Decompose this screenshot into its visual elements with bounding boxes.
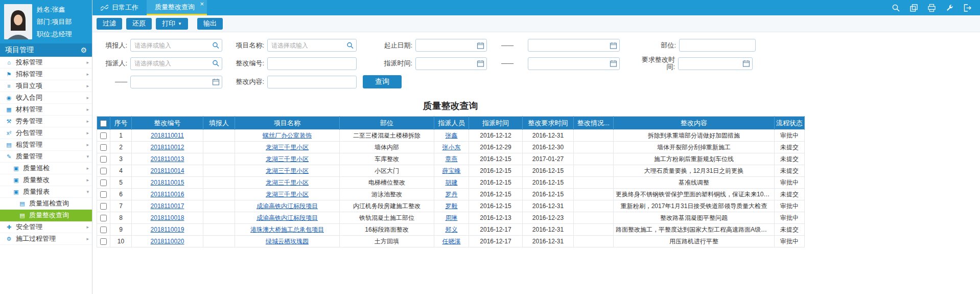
project-name-link[interactable]: 龙湖三千里小区 bbox=[266, 155, 309, 163]
wrench-icon[interactable] bbox=[945, 4, 954, 12]
project-name-link[interactable]: 成渝高铁内江标段项目 bbox=[256, 202, 318, 210]
assign-time-start-input[interactable] bbox=[415, 57, 487, 70]
row-checkbox[interactable] bbox=[100, 132, 107, 139]
assignee-link[interactable]: 罗毅 bbox=[446, 202, 458, 210]
assignee-link[interactable]: 薛宝峰 bbox=[442, 167, 461, 174]
column-header[interactable]: 整改情况... bbox=[574, 117, 614, 130]
filler-input[interactable] bbox=[130, 39, 222, 52]
assignee-link[interactable]: 任晓溪 bbox=[442, 238, 461, 245]
column-header[interactable]: 指派人员 bbox=[434, 117, 469, 130]
rectification-number-link[interactable]: 2018110020 bbox=[151, 238, 184, 245]
rectification-number-link[interactable]: 2018110013 bbox=[151, 155, 184, 163]
column-header[interactable]: 项目名称 bbox=[235, 117, 340, 130]
column-header[interactable]: 整改内容 bbox=[614, 117, 775, 130]
column-header[interactable]: 整改编号 bbox=[132, 117, 203, 130]
close-icon[interactable]: × bbox=[200, 1, 204, 7]
required-time-end-input[interactable] bbox=[130, 76, 222, 88]
rectification-number-link[interactable]: 2018110016 bbox=[151, 191, 184, 198]
search-icon[interactable] bbox=[212, 41, 220, 49]
calendar-icon[interactable] bbox=[212, 78, 220, 86]
row-checkbox[interactable] bbox=[100, 156, 107, 163]
end-date-input[interactable] bbox=[528, 39, 620, 52]
column-header[interactable]: 部位 bbox=[340, 117, 434, 130]
column-header[interactable]: 填报人 bbox=[203, 117, 235, 130]
rectification-number-link[interactable]: 2018110015 bbox=[151, 179, 184, 186]
calendar-icon[interactable] bbox=[610, 60, 617, 67]
project-name-link[interactable]: 龙湖三千里小区 bbox=[266, 179, 309, 186]
project-name-link[interactable]: 港珠澳大桥施工总承包项目 bbox=[250, 226, 324, 233]
rectification-number-link[interactable]: 2018110014 bbox=[151, 167, 184, 174]
row-checkbox[interactable] bbox=[100, 238, 107, 245]
sidebar-item-12[interactable]: ▤ 质量巡检查询 bbox=[0, 198, 92, 210]
project-name-input[interactable] bbox=[267, 39, 357, 52]
row-checkbox[interactable] bbox=[100, 227, 107, 233]
location-input[interactable] bbox=[679, 39, 756, 52]
row-checkbox[interactable] bbox=[100, 215, 107, 221]
assignee-link[interactable]: 罗丹 bbox=[446, 191, 458, 198]
column-header[interactable]: 序号 bbox=[110, 117, 132, 130]
sidebar-item-6[interactable]: x² 分包管理 ▸ bbox=[0, 127, 92, 139]
filter-button[interactable]: 过滤 bbox=[97, 18, 122, 30]
rectification-number-input[interactable] bbox=[267, 57, 357, 70]
project-name-link[interactable]: 绿城云栖玫瑰园 bbox=[266, 238, 309, 245]
row-checkbox[interactable] bbox=[100, 203, 107, 210]
assignee-input[interactable] bbox=[130, 57, 222, 70]
required-time-start-input[interactable] bbox=[678, 57, 753, 70]
project-name-link[interactable]: 龙湖三千里小区 bbox=[266, 144, 309, 151]
search-icon[interactable] bbox=[892, 4, 900, 12]
sidebar-item-7[interactable]: ▤ 租赁管理 ▸ bbox=[0, 139, 92, 151]
sidebar-item-3[interactable]: ◉ 收入合同 ▸ bbox=[0, 92, 92, 104]
assignee-link[interactable]: 胡建 bbox=[446, 179, 458, 186]
project-name-link[interactable]: 成渝高铁内江标段项目 bbox=[256, 214, 318, 221]
logout-icon[interactable] bbox=[963, 4, 972, 12]
calendar-icon[interactable] bbox=[477, 41, 484, 49]
print-button[interactable]: 打印 ▼ bbox=[156, 18, 188, 30]
project-name-link[interactable]: 龙湖三千里小区 bbox=[266, 167, 309, 174]
row-checkbox[interactable] bbox=[100, 144, 107, 151]
sidebar-item-4[interactable]: ▦ 材料管理 ▸ bbox=[0, 104, 92, 116]
rectification-number-link[interactable]: 2018110012 bbox=[151, 144, 184, 151]
window-icon[interactable] bbox=[909, 4, 918, 12]
column-header[interactable]: 指派时间 bbox=[469, 117, 523, 130]
start-date-input[interactable] bbox=[415, 39, 487, 52]
row-checkbox[interactable] bbox=[100, 168, 107, 174]
sidebar-item-11[interactable]: ▣ 质量报表 ▾ bbox=[0, 186, 92, 198]
assignee-link[interactable]: 张小东 bbox=[442, 144, 461, 151]
rectification-number-link[interactable]: 2018110018 bbox=[151, 214, 184, 221]
print-icon[interactable] bbox=[927, 4, 936, 12]
sidebar-item-1[interactable]: ⚑ 招标管理 ▸ bbox=[0, 69, 92, 80]
sidebar-item-9[interactable]: ▣ 质量巡检 ▸ bbox=[0, 163, 92, 174]
sidebar-item-14[interactable]: ✚ 安全管理 ▸ bbox=[0, 221, 92, 233]
sidebar-item-2[interactable]: ≡ 项目立项 ▸ bbox=[0, 80, 92, 92]
rectification-number-link[interactable]: 2018110011 bbox=[151, 132, 184, 139]
query-button[interactable]: 查询 bbox=[363, 75, 402, 88]
calendar-icon[interactable] bbox=[610, 41, 617, 49]
export-button[interactable]: 输出 bbox=[197, 18, 223, 30]
assign-time-end-input[interactable] bbox=[528, 57, 620, 70]
search-icon[interactable] bbox=[346, 41, 354, 49]
assignee-link[interactable]: 周琳 bbox=[446, 214, 458, 221]
rectification-number-link[interactable]: 2018110019 bbox=[151, 226, 184, 233]
gear-icon[interactable]: ⚙ bbox=[80, 46, 87, 54]
sidebar-item-15[interactable]: ⚙ 施工过程管理 ▸ bbox=[0, 233, 92, 245]
sidebar-item-10[interactable]: ▣ 质量整改 ▸ bbox=[0, 174, 92, 186]
column-header[interactable]: 流程状态 bbox=[775, 117, 805, 130]
rectification-number-link[interactable]: 2018110017 bbox=[151, 202, 184, 210]
tab-quality-rectification-query[interactable]: 质量整改查询 × bbox=[147, 0, 207, 15]
restore-button[interactable]: 还原 bbox=[126, 18, 152, 30]
search-icon[interactable] bbox=[212, 60, 220, 67]
project-name-link[interactable]: 螺丝厂办公室装饰 bbox=[263, 132, 312, 139]
select-all-checkbox[interactable] bbox=[100, 120, 107, 127]
calendar-icon[interactable] bbox=[742, 60, 750, 67]
sidebar-item-8[interactable]: ✎ 质量管理 ▾ bbox=[0, 151, 92, 163]
tab-daily-work[interactable]: 日常工作 bbox=[92, 0, 147, 15]
sidebar-item-13[interactable]: ▤ 质量整改查询 bbox=[0, 210, 92, 221]
row-checkbox[interactable] bbox=[100, 179, 107, 186]
sidebar-item-0[interactable]: ⌂ 投标管理 ▸ bbox=[0, 57, 92, 69]
sidebar-item-5[interactable]: ⚒ 劳务管理 ▸ bbox=[0, 116, 92, 127]
assignee-link[interactable]: 张鑫 bbox=[446, 132, 458, 139]
calendar-icon[interactable] bbox=[477, 60, 484, 67]
assignee-link[interactable]: 章燕 bbox=[446, 155, 458, 163]
sidebar-section-header[interactable]: 项目管理 ⚙ bbox=[0, 43, 92, 57]
content-input[interactable] bbox=[267, 76, 357, 88]
